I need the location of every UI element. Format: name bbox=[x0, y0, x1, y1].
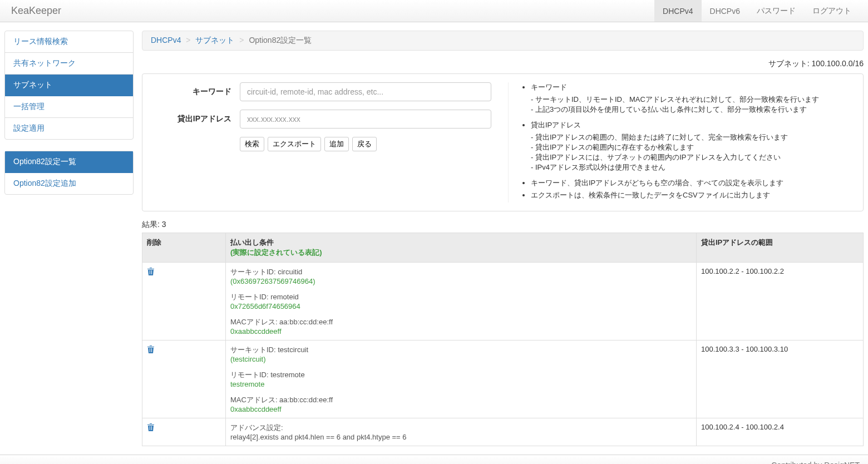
help-ip-title: 貸出IPアドレス bbox=[531, 120, 855, 130]
help-ip-l2: - 貸出IPアドレスの範囲内に存在するか検索します bbox=[531, 142, 855, 152]
mac-hex: 0xaabbccddeeff bbox=[230, 405, 692, 413]
trash-icon[interactable] bbox=[147, 345, 155, 354]
help-keyword-l2: - 上記3つの項目以外を使用している払い出し条件に対して、部分一致検索を行います bbox=[531, 105, 855, 115]
sidebar-primary: リース情報検索 共有ネットワーク サブネット 一括管理 設定適用 bbox=[4, 31, 134, 140]
ip-range: 100.100.2.4 - 100.100.2.4 bbox=[697, 418, 864, 446]
col-condition: 払い出し条件 (実際に設定されている表記) bbox=[226, 233, 697, 263]
breadcrumb-dhcpv4[interactable]: DHCPv4 bbox=[151, 36, 181, 45]
result-count: 結果: 3 bbox=[142, 220, 864, 230]
help-ip-l1: - 貸出IPアドレスの範囲の、開始または終了に対して、完全一致検索を行います bbox=[531, 132, 855, 142]
circuit-id-hex: (0x636972637569746964) bbox=[230, 277, 692, 285]
main-content: DHCPv4 サブネット Option82設定一覧 サブネット: 100.100… bbox=[142, 31, 864, 446]
mac-label: MACアドレス: aa:bb:cc:dd:ee:ff bbox=[230, 395, 692, 405]
table-row: アドバンス設定: relay4[2].exists and pkt4.hlen … bbox=[142, 418, 864, 446]
col-range: 貸出IPアドレスの範囲 bbox=[697, 233, 864, 263]
trash-icon[interactable] bbox=[147, 267, 155, 276]
table-row: サーキットID: testcircuit (testcircuit) リモートI… bbox=[142, 340, 864, 418]
keyword-label: キーワード bbox=[156, 87, 240, 97]
circuit-id-hex: (testcircuit) bbox=[230, 355, 692, 363]
add-button[interactable]: 追加 bbox=[324, 137, 349, 151]
ip-label: 貸出IPアドレス bbox=[156, 114, 240, 124]
sidebar-item-bulk[interactable]: 一括管理 bbox=[5, 96, 133, 118]
mac-label: MACアドレス: aa:bb:cc:dd:ee:ff bbox=[230, 317, 692, 327]
help-keyword-l1: - サーキットID、リモートID、MACアドレスそれぞれに対して、部分一致検索を… bbox=[531, 95, 855, 105]
brand[interactable]: KeaKeeper bbox=[8, 5, 64, 17]
sidebar-item-subnet[interactable]: サブネット bbox=[5, 75, 133, 96]
keyword-input[interactable] bbox=[240, 82, 491, 101]
nav-password[interactable]: パスワード bbox=[748, 0, 804, 22]
sidebar-secondary: Option82設定一覧 Option82設定追加 bbox=[4, 151, 134, 195]
search-button[interactable]: 検索 bbox=[240, 137, 264, 151]
results-table: 削除 払い出し条件 (実際に設定されている表記) 貸出IPアドレスの範囲 bbox=[142, 233, 864, 446]
help-ip-l4: - IPv4アドレス形式以外は使用できません bbox=[531, 162, 855, 172]
remote-id-hex: 0x72656d6f74656964 bbox=[230, 302, 692, 310]
search-panel: キーワード 貸出IPアドレス 検索 エクスポート 追加 戻る bbox=[142, 73, 864, 211]
help-export: エクスポートは、検索条件に一致したデータをCSVファイルに出力します bbox=[531, 190, 855, 200]
breadcrumb-subnet[interactable]: サブネット bbox=[195, 36, 234, 45]
sidebar-item-option82-list[interactable]: Option82設定一覧 bbox=[5, 151, 133, 173]
ip-input[interactable] bbox=[240, 110, 491, 129]
circuit-id-label: サーキットID: testcircuit bbox=[230, 345, 692, 355]
nav-logout[interactable]: ログアウト bbox=[804, 0, 860, 22]
search-form: キーワード 貸出IPアドレス 検索 エクスポート 追加 戻る bbox=[151, 82, 497, 203]
footer: Contributed by DesigNET bbox=[0, 455, 868, 464]
remote-id-hex: testremote bbox=[230, 380, 692, 388]
mac-hex: 0xaabbccddeeff bbox=[230, 327, 692, 335]
advanced-expr: relay4[2].exists and pkt4.hlen == 6 and … bbox=[230, 433, 692, 441]
breadcrumb-current: Option82設定一覧 bbox=[249, 36, 312, 45]
circuit-id-label: サーキットID: circuitid bbox=[230, 267, 692, 277]
table-row: サーキットID: circuitid (0x636972637569746964… bbox=[142, 263, 864, 340]
subnet-label: サブネット: 100.100.0.0/16 bbox=[142, 59, 864, 69]
sidebar: リース情報検索 共有ネットワーク サブネット 一括管理 設定適用 Option8… bbox=[4, 31, 134, 446]
nav-dhcpv4[interactable]: DHCPv4 bbox=[654, 0, 701, 22]
sidebar-item-shared-network[interactable]: 共有ネットワーク bbox=[5, 53, 133, 75]
help-keyword-title: キーワード bbox=[531, 82, 855, 92]
advanced-label: アドバンス設定: bbox=[230, 423, 692, 433]
help-section: キーワード - サーキットID、リモートID、MACアドレスそれぞれに対して、部… bbox=[508, 82, 855, 203]
help-empty: キーワード、貸出IPアドレスがどちらも空の場合、すべての設定を表示します bbox=[531, 178, 855, 188]
export-button[interactable]: エクスポート bbox=[268, 137, 321, 151]
sidebar-item-lease-search[interactable]: リース情報検索 bbox=[5, 31, 133, 53]
back-button[interactable]: 戻る bbox=[352, 137, 377, 151]
col-delete: 削除 bbox=[142, 233, 226, 263]
nav-dhcpv6[interactable]: DHCPv6 bbox=[702, 0, 748, 22]
ip-range: 100.100.3.3 - 100.100.3.10 bbox=[697, 340, 864, 418]
breadcrumb: DHCPv4 サブネット Option82設定一覧 bbox=[142, 31, 864, 51]
navbar-nav: DHCPv4 DHCPv6 パスワード ログアウト bbox=[654, 0, 860, 22]
sidebar-item-apply[interactable]: 設定適用 bbox=[5, 118, 133, 139]
remote-id-label: リモートID: remoteid bbox=[230, 292, 692, 302]
navbar: KeaKeeper DHCPv4 DHCPv6 パスワード ログアウト bbox=[0, 0, 868, 22]
sidebar-item-option82-add[interactable]: Option82設定追加 bbox=[5, 173, 133, 194]
ip-range: 100.100.2.2 - 100.100.2.2 bbox=[697, 263, 864, 340]
help-ip-l3: - 貸出IPアドレスには、サブネットの範囲内のIPアドレスを入力してください bbox=[531, 152, 855, 162]
remote-id-label: リモートID: testremote bbox=[230, 370, 692, 380]
trash-icon[interactable] bbox=[147, 423, 155, 432]
